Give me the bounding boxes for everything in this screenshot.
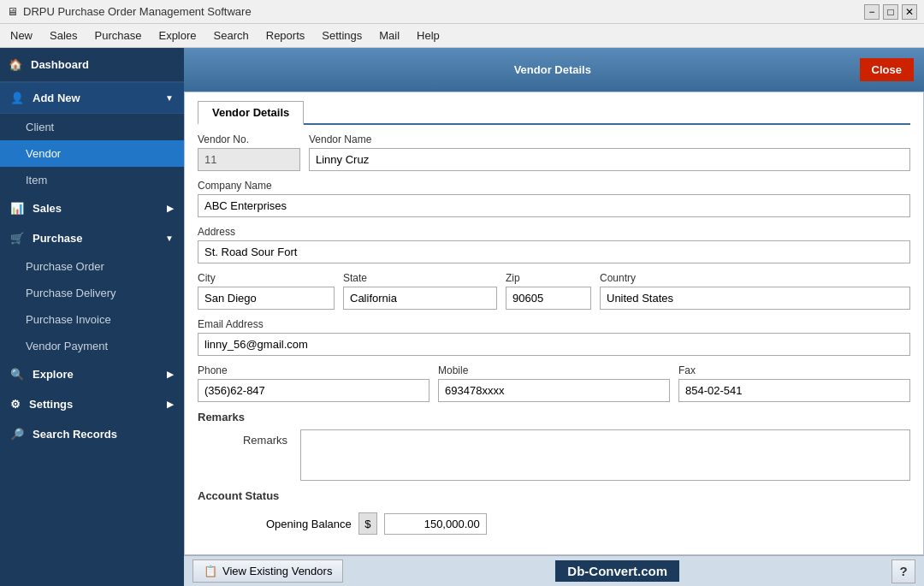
purchase-icon: 🛒 bbox=[10, 232, 24, 245]
menu-explore[interactable]: Explore bbox=[151, 27, 203, 44]
mobile-input[interactable] bbox=[438, 379, 670, 402]
sidebar: 🏠 Dashboard 👤 Add New ▼ Client Vendor It… bbox=[0, 48, 184, 586]
sidebar-purchase-section: 🛒 Purchase ▼ Purchase Order Purchase Del… bbox=[0, 223, 184, 359]
app-icon: 🖥 bbox=[7, 5, 18, 18]
address-group: Address bbox=[198, 226, 910, 263]
form-container: Vendor Details Vendor No. Vendor Name Co… bbox=[184, 92, 924, 555]
settings-label: Settings bbox=[29, 398, 73, 411]
remarks-section-title: Remarks bbox=[198, 411, 910, 425]
email-row: Email Address bbox=[198, 318, 910, 356]
close-button[interactable]: Close bbox=[860, 58, 914, 81]
sidebar-item-search-records[interactable]: 🔎 Search Records bbox=[0, 419, 184, 449]
menu-help[interactable]: Help bbox=[410, 27, 447, 44]
state-input[interactable] bbox=[343, 287, 497, 310]
page-title: Vendor Details bbox=[246, 63, 860, 76]
search-records-label: Search Records bbox=[33, 428, 117, 441]
menu-new[interactable]: New bbox=[3, 27, 39, 44]
vendor-no-label: Vendor No. bbox=[198, 133, 300, 145]
mobile-label: Mobile bbox=[438, 364, 670, 376]
remarks-section: Remarks bbox=[198, 429, 910, 481]
vendor-no-name-row: Vendor No. Vendor Name bbox=[198, 133, 910, 171]
sidebar-item-settings[interactable]: ⚙ Settings ▶ bbox=[0, 389, 184, 419]
sidebar-item-vendor-payment[interactable]: Vendor Payment bbox=[0, 333, 184, 359]
sales-arrow: ▶ bbox=[167, 204, 174, 213]
country-label: Country bbox=[600, 272, 910, 284]
sidebar-settings-section: ⚙ Settings ▶ bbox=[0, 389, 184, 419]
sidebar-item-purchase-order[interactable]: Purchase Order bbox=[0, 253, 184, 280]
vendor-name-label: Vendor Name bbox=[309, 133, 910, 145]
tab-vendor-details[interactable]: Vendor Details bbox=[198, 101, 304, 125]
opening-balance-label: Opening Balance bbox=[266, 518, 352, 530]
restore-btn[interactable]: □ bbox=[883, 4, 898, 20]
dashboard-icon: 🏠 bbox=[9, 58, 22, 71]
account-status-section: Opening Balance $ bbox=[198, 508, 910, 539]
company-name-label: Company Name bbox=[198, 180, 910, 192]
city-input[interactable] bbox=[198, 287, 335, 310]
sidebar-dashboard[interactable]: 🏠 Dashboard bbox=[0, 48, 184, 82]
remarks-textarea[interactable] bbox=[300, 429, 910, 481]
address-input[interactable] bbox=[198, 240, 910, 263]
email-input[interactable] bbox=[198, 333, 910, 356]
menu-settings[interactable]: Settings bbox=[315, 27, 369, 44]
search-records-icon: 🔎 bbox=[10, 428, 24, 441]
add-new-icon: 👤 bbox=[10, 92, 24, 104]
zip-group: Zip bbox=[506, 272, 591, 310]
country-input[interactable] bbox=[600, 287, 910, 310]
sidebar-item-client[interactable]: Client bbox=[0, 114, 184, 140]
db-convert-badge: Db-Convert.com bbox=[555, 560, 679, 582]
account-status-title: Account Status bbox=[198, 489, 910, 504]
close-window-btn[interactable]: ✕ bbox=[902, 4, 917, 20]
content-header: Vendor Details Close bbox=[184, 48, 924, 92]
dollar-symbol: $ bbox=[358, 512, 377, 535]
email-label: Email Address bbox=[198, 318, 910, 330]
menu-reports[interactable]: Reports bbox=[259, 27, 312, 44]
action-buttons: ✔ Save Vendor ✖ Cancel bbox=[198, 548, 910, 555]
phone-label: Phone bbox=[198, 364, 429, 376]
fax-group: Fax bbox=[678, 364, 910, 402]
sidebar-item-purchase-invoice[interactable]: Purchase Invoice bbox=[0, 306, 184, 333]
menu-sales[interactable]: Sales bbox=[43, 27, 85, 44]
sidebar-item-purchase-delivery[interactable]: Purchase Delivery bbox=[0, 280, 184, 306]
title-bar: 🖥 DRPU Purchase Order Management Softwar… bbox=[0, 0, 924, 24]
menu-mail[interactable]: Mail bbox=[372, 27, 406, 44]
sidebar-explore-section: 🔍 Explore ▶ bbox=[0, 359, 184, 389]
vendor-no-input[interactable] bbox=[198, 148, 300, 171]
sidebar-item-sales[interactable]: 📊 Sales ▶ bbox=[0, 193, 184, 223]
bottom-bar: 📋 View Existing Vendors Db-Convert.com ? bbox=[184, 555, 924, 586]
sidebar-item-vendor[interactable]: Vendor bbox=[0, 140, 184, 167]
sidebar-item-item[interactable]: Item bbox=[0, 167, 184, 193]
address-row: Address bbox=[198, 226, 910, 263]
zip-input[interactable] bbox=[506, 287, 591, 310]
sidebar-sales-section: 📊 Sales ▶ bbox=[0, 193, 184, 223]
sidebar-search-section: 🔎 Search Records bbox=[0, 419, 184, 449]
sidebar-item-explore[interactable]: 🔍 Explore ▶ bbox=[0, 359, 184, 389]
company-name-row: Company Name bbox=[198, 180, 910, 217]
minimize-btn[interactable]: − bbox=[864, 4, 880, 20]
help-button[interactable]: ? bbox=[891, 559, 915, 583]
company-name-input[interactable] bbox=[198, 194, 910, 217]
add-new-label: Add New bbox=[33, 92, 80, 104]
opening-balance-row: Opening Balance $ bbox=[198, 508, 910, 539]
purchase-arrow: ▼ bbox=[165, 234, 174, 243]
menu-search[interactable]: Search bbox=[207, 27, 256, 44]
view-existing-vendors-button[interactable]: 📋 View Existing Vendors bbox=[192, 559, 343, 583]
add-new-section: 👤 Add New ▼ Client Vendor Item bbox=[0, 82, 184, 193]
menu-bar: New Sales Purchase Explore Search Report… bbox=[0, 24, 924, 48]
sidebar-item-purchase[interactable]: 🛒 Purchase ▼ bbox=[0, 223, 184, 253]
email-group: Email Address bbox=[198, 318, 910, 356]
phone-input[interactable] bbox=[198, 379, 429, 402]
city-group: City bbox=[198, 272, 335, 310]
opening-balance-input[interactable] bbox=[384, 513, 487, 535]
menu-purchase[interactable]: Purchase bbox=[88, 27, 149, 44]
sales-icon: 📊 bbox=[10, 202, 24, 215]
fax-input[interactable] bbox=[678, 379, 910, 402]
zip-label: Zip bbox=[506, 272, 591, 284]
vendor-name-input[interactable] bbox=[309, 148, 910, 171]
mobile-group: Mobile bbox=[438, 364, 670, 402]
explore-label: Explore bbox=[33, 368, 74, 381]
settings-arrow: ▶ bbox=[167, 400, 174, 409]
content-area: Vendor Details Close Vendor Details Vend… bbox=[184, 48, 924, 586]
phone-group: Phone bbox=[198, 364, 429, 402]
main-layout: 🏠 Dashboard 👤 Add New ▼ Client Vendor It… bbox=[0, 48, 924, 586]
add-new-header[interactable]: 👤 Add New ▼ bbox=[0, 82, 184, 114]
